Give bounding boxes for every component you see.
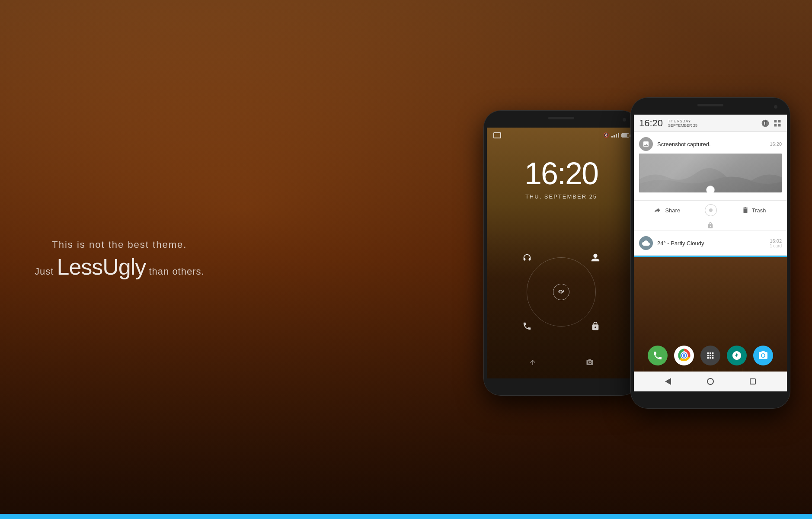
phone2-device: 16:20 THURSDAY SEPTEMBER 25 [630,97,790,409]
status-icons-right: 🔇 [603,132,629,138]
share-action-btn[interactable]: Share [655,206,680,214]
phones-container: 🔇 16:20 THU, SEPTEMBE [483,110,790,409]
phone2-date-block: THURSDAY SEPTEMBER 25 [668,119,697,128]
phone1-speaker [548,117,574,119]
phone2-status-left: 16:20 THURSDAY SEPTEMBER 25 [639,118,697,129]
action-divider [705,204,717,216]
phone1-clock-area: 16:20 THU, SEPTEMBER 25 [487,156,636,200]
phone2-time: 16:20 [639,118,663,129]
screenshot-notification[interactable]: Screenshot captured. 16:20 [634,132,787,201]
phone1-date: THU, SEPTEMBER 25 [487,193,636,200]
home-circle-icon [707,378,714,385]
dock-hangouts-icon[interactable] [727,346,747,365]
weather-main-text: 24° - Partly Cloudy [657,240,765,247]
weather-sub: 1 card [770,243,782,248]
screenshot-notif-icon [639,137,653,151]
phone1-time: 16:20 [487,156,636,191]
svg-point-9 [683,354,685,357]
phone2-status-icons [761,119,782,128]
phone2-dock [634,341,787,370]
battery-icon [621,133,629,138]
phone1-camera-dot [623,118,626,122]
phone1-screen: 🔇 16:20 THU, SEPTEMBE [487,128,636,378]
phone2-system-nav [634,372,787,391]
antenna-icon [761,119,770,128]
quicksettings-icon[interactable] [773,119,782,128]
screenshot-actions: Share Trash [634,201,787,220]
dock-icons-row [643,341,778,370]
mute-icon: 🔇 [603,132,609,138]
lock-below-actions [634,220,787,231]
phone2-recents-btn[interactable] [750,378,756,384]
trash-label: Trash [752,207,766,214]
phone1-device: 🔇 16:20 THU, SEPTEMBE [483,110,639,396]
phone2-camera-dot [774,105,777,109]
recents-square-icon [750,378,756,384]
screenshot-notif-title: Screenshot captured. [657,141,765,147]
dock-apps-icon[interactable] [700,346,720,365]
phone2-date: SEPTEMBER 25 [668,123,697,128]
phone2-speaker [697,104,723,106]
phone2-home-btn[interactable] [707,378,714,385]
trash-icon [742,206,749,214]
bottom-blue-bar [0,514,812,519]
tagline-block: This is not the best theme. Just LessUgl… [35,239,205,280]
notification-lock-icon [707,222,714,229]
phone2-status-bar: 16:20 THURSDAY SEPTEMBER 25 [634,115,787,132]
wifi-icon [611,133,619,138]
trash-action-btn[interactable]: Trash [742,206,766,214]
battery-fill [622,134,627,137]
phone2-screen: 16:20 THURSDAY SEPTEMBER 25 [634,115,787,391]
share-label: Share [665,207,680,214]
tagline-suffix: than others. [146,266,204,277]
tagline-brand: LessUgly [57,254,146,279]
dock-chrome-icon[interactable] [674,346,694,365]
notif-screenshot-header: Screenshot captured. 16:20 [639,137,782,151]
phone1-status-bar: 🔇 [487,128,636,143]
phone2-day: THURSDAY [668,119,697,123]
weather-notification[interactable]: 24° - Partly Cloudy 16:02 1 card [634,231,787,256]
dock-phone-icon[interactable] [648,346,668,365]
tagline-prefix: Just [35,266,57,277]
tagline-line1: This is not the best theme. [35,239,205,250]
screenshot-icon [493,132,501,138]
grass-overlay [487,228,636,378]
share-icon [655,206,662,214]
weather-time: 16:02 [770,238,782,243]
weather-icon [639,236,653,250]
screenshot-notif-time: 16:20 [770,141,782,147]
tagline-line2: Just LessUgly than others. [35,254,205,280]
screenshot-thumbnail [639,154,782,192]
weather-time-block: 16:02 1 card [770,238,782,248]
back-triangle-icon [665,378,671,385]
phone2-back-btn[interactable] [665,378,671,385]
dock-camera-icon[interactable] [753,346,773,365]
weather-text: 24° - Partly Cloudy [657,240,765,247]
